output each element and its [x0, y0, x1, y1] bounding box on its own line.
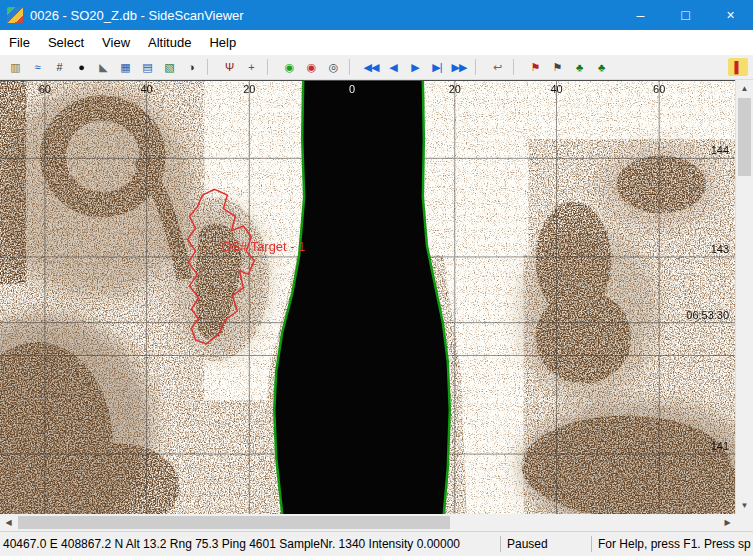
time-label: 06:53:30: [686, 309, 729, 321]
toolbar-separator: [207, 59, 214, 75]
window-title: 0026 - SO20_Z.db - SideScanViewer: [30, 8, 618, 23]
menu-item-altitude[interactable]: Altitude: [139, 32, 200, 53]
compass-icon[interactable]: +: [241, 58, 261, 76]
horizontal-scroll-track[interactable]: [17, 514, 719, 531]
statusbar: 40467.0 E 408867.2 N Alt 13.2 Rng 75.3 P…: [0, 531, 753, 556]
toolbar: ▥≈#●◣▦▤▧◑Ψ+◉◉◎◀◀◀▶▶|▶▶↩⚑⚑♣♣▌: [0, 55, 753, 80]
palette-table-icon[interactable]: ▦: [115, 58, 135, 76]
database-view-icon[interactable]: ▥: [5, 58, 25, 76]
ruler-label: 20: [449, 83, 461, 95]
scroll-right-button[interactable]: ▶: [719, 514, 736, 531]
minimize-button[interactable]: –: [618, 0, 663, 30]
main-area: 60 40 20 0 20 40 60 144 143 06:53:30 141…: [0, 80, 753, 514]
eclipse-icon[interactable]: ●: [71, 58, 91, 76]
menu-item-view[interactable]: View: [93, 32, 139, 53]
close-button[interactable]: ×: [708, 0, 753, 30]
horizontal-scroll-row: ◀ ▶: [0, 514, 753, 531]
toolbar-separator: [513, 59, 520, 75]
grid-hash-icon[interactable]: #: [49, 58, 69, 76]
menu-item-select[interactable]: Select: [39, 32, 93, 53]
app-icon: [7, 7, 23, 23]
scroll-up-button[interactable]: ▲: [736, 80, 753, 97]
tree2-icon[interactable]: ♣: [591, 58, 611, 76]
menu-item-file[interactable]: File: [0, 32, 39, 53]
toolbar-separator: [475, 59, 482, 75]
skip-start-icon[interactable]: ◀◀: [361, 58, 381, 76]
ruler-label: 60: [39, 83, 51, 95]
sensor-icon[interactable]: Ψ: [219, 58, 239, 76]
maximize-button[interactable]: □: [663, 0, 708, 30]
step-forward-icon[interactable]: ▶|: [427, 58, 447, 76]
status-position: 40467.0 E 408867.2 N Alt 13.2 Rng 75.3 P…: [0, 537, 500, 551]
step-back-icon[interactable]: ◀: [383, 58, 403, 76]
columns-icon[interactable]: ▤: [137, 58, 157, 76]
zoom-icon[interactable]: ◎: [323, 58, 343, 76]
ruler-label: 0: [349, 83, 355, 95]
range-bar-icon[interactable]: ▌: [728, 58, 748, 76]
target-annotation-label[interactable]: OS# Target - 1: [221, 239, 305, 254]
layers-icon[interactable]: ▧: [159, 58, 179, 76]
tree-icon[interactable]: ♣: [569, 58, 589, 76]
flag-dark-icon[interactable]: ⚑: [547, 58, 567, 76]
vertical-scroll-thumb[interactable]: [738, 98, 751, 176]
vertical-scroll-track[interactable]: [736, 97, 753, 497]
ruler-label: 60: [653, 83, 665, 95]
sonar-waterfall: 60 40 20 0 20 40 60 144 143 06:53:30 141…: [0, 81, 735, 514]
scroll-down-button[interactable]: ▼: [736, 497, 753, 514]
target-green-icon[interactable]: ◉: [279, 58, 299, 76]
status-help: For Help, press F1. Press sp: [592, 537, 753, 551]
ping-label: 141: [711, 440, 729, 452]
ruler-label: 40: [550, 83, 562, 95]
flag-red-icon[interactable]: ⚑: [525, 58, 545, 76]
status-state: Paused: [501, 537, 591, 551]
toolbar-separator: [267, 59, 274, 75]
target-red-icon[interactable]: ◉: [301, 58, 321, 76]
menu-item-help[interactable]: Help: [200, 32, 245, 53]
contrast-icon[interactable]: ◑: [181, 58, 201, 76]
titlebar: 0026 - SO20_Z.db - SideScanViewer – □ ×: [0, 0, 753, 30]
ping-label: 144: [711, 145, 729, 157]
scroll-left-button[interactable]: ◀: [0, 514, 17, 531]
vertical-scrollbar[interactable]: ▲ ▼: [735, 80, 753, 514]
sonar-view[interactable]: 60 40 20 0 20 40 60 144 143 06:53:30 141…: [0, 80, 735, 514]
horizontal-scrollbar[interactable]: ◀ ▶: [0, 514, 736, 531]
slope-icon[interactable]: ◣: [93, 58, 113, 76]
ruler-label: 20: [243, 83, 255, 95]
ruler-label: 40: [140, 83, 152, 95]
toolbar-separator: [349, 59, 356, 75]
scrollbar-corner: [736, 514, 753, 531]
horizontal-scroll-thumb[interactable]: [18, 516, 450, 529]
play-icon[interactable]: ▶: [405, 58, 425, 76]
menubar: File Select View Altitude Help: [0, 30, 753, 55]
undo-icon[interactable]: ↩: [487, 58, 507, 76]
signal-trace-icon[interactable]: ≈: [27, 58, 47, 76]
ping-label: 143: [711, 243, 729, 255]
skip-end-icon[interactable]: ▶▶: [449, 58, 469, 76]
